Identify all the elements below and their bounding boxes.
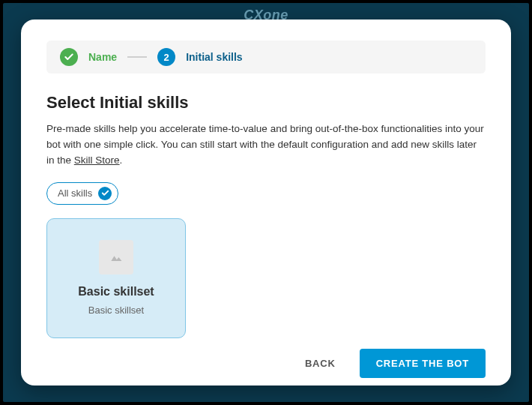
step-1-done-indicator: [60, 48, 78, 66]
filter-chip-label: All skills: [58, 188, 92, 199]
step-2-indicator: 2: [157, 48, 175, 66]
modal-footer: BACK CREATE THE BOT: [46, 338, 486, 378]
check-icon: [101, 189, 109, 197]
skill-card-grid: Basic skillset Basic skillset: [46, 218, 486, 338]
image-placeholder-icon: [109, 252, 124, 262]
step-connector: [127, 56, 147, 58]
filter-chip-all-skills[interactable]: All skills: [46, 182, 118, 205]
skill-card-basic-skillset[interactable]: Basic skillset Basic skillset: [46, 218, 186, 338]
page-description: Pre-made skills help you accelerate time…: [46, 122, 486, 169]
wizard-stepper: Name 2 Initial skills: [46, 40, 486, 74]
back-button[interactable]: BACK: [302, 352, 339, 375]
skill-card-thumbnail: [99, 240, 133, 274]
filter-chip-check: [98, 187, 112, 200]
description-text-2: .: [120, 154, 123, 166]
app-backdrop: CXone Name 2 Initial skills Select Initi…: [3, 3, 529, 402]
svg-marker-0: [111, 256, 121, 262]
filter-row: All skills: [46, 182, 486, 205]
check-icon: [64, 52, 74, 62]
page-title: Select Initial skills: [46, 93, 486, 112]
create-the-bot-button[interactable]: CREATE THE BOT: [360, 349, 486, 378]
step-2-label: Initial skills: [186, 51, 242, 63]
skill-card-subtitle: Basic skillset: [88, 304, 144, 316]
create-bot-modal: Name 2 Initial skills Select Initial ski…: [21, 20, 511, 386]
skill-card-title: Basic skillset: [78, 285, 154, 298]
step-1-label: Name: [88, 51, 117, 63]
skill-store-link[interactable]: Skill Store: [74, 154, 120, 166]
